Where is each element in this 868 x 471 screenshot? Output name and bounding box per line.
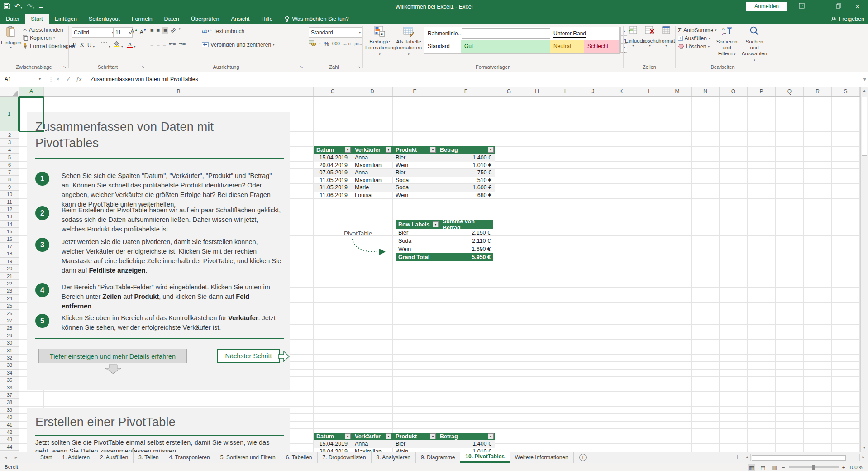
row-header-13[interactable]: 13 xyxy=(0,213,19,220)
shrink-font-button[interactable]: A▼ xyxy=(140,28,147,34)
row-header-8[interactable]: 8 xyxy=(0,176,19,183)
sheet-next-icon[interactable]: ► xyxy=(14,455,18,460)
ribbon-tab-formeln[interactable]: Formeln xyxy=(126,14,158,24)
sheet-tab-5. Sortieren und Filtern[interactable]: 5. Sortieren und Filtern xyxy=(215,452,281,463)
wrap-text-button[interactable]: ab↩ Textumbruch xyxy=(202,27,244,35)
comma-style-icon[interactable]: 000 xyxy=(332,41,340,46)
sort-filter-button[interactable]: AZ Sortieren undFiltern ▾ xyxy=(713,26,740,57)
align-middle-icon[interactable]: ≡ xyxy=(157,27,160,34)
increase-decimal-icon[interactable]: ←,0 xyxy=(343,41,351,46)
column-header-H[interactable]: H xyxy=(523,87,551,96)
autosum-button[interactable]: ΣAutoSumme▾ xyxy=(678,26,717,34)
row-header-6[interactable]: 6 xyxy=(0,161,19,168)
clipboard-dialog-launcher-icon[interactable]: ↘ xyxy=(63,64,67,69)
scroll-right-icon[interactable]: ► xyxy=(860,454,867,461)
row-header-38[interactable]: 38 xyxy=(0,399,19,406)
column-header-K[interactable]: K xyxy=(607,87,635,96)
fill-button[interactable]: ↓Ausfüllen▾ xyxy=(678,34,710,42)
copy-button[interactable]: Kopieren▾ xyxy=(23,34,55,42)
column-header-C[interactable]: C xyxy=(314,87,352,96)
sheet-tab-2. Ausfüllen[interactable]: 2. Ausfüllen xyxy=(95,452,134,463)
decrease-indent-icon[interactable]: ⇤≡ xyxy=(169,41,176,48)
ribbon-tab-daten[interactable]: Daten xyxy=(158,14,185,24)
paste-button[interactable]: Einfügen ▼ xyxy=(1,26,21,49)
delete-cells-button[interactable]: Löschen▾ xyxy=(642,26,658,48)
formula-content[interactable]: Zusammenfassen von Daten mit PivotTables xyxy=(91,72,198,86)
column-header-I[interactable]: I xyxy=(551,87,579,96)
minimize-button[interactable]: — xyxy=(813,0,826,14)
sheet-prev-icon[interactable]: ◄ xyxy=(4,455,8,460)
align-left-icon[interactable]: ≡ xyxy=(150,41,154,48)
font-size-combo[interactable]: 11▾ xyxy=(113,27,133,38)
find-select-button[interactable]: Suchen undAuswählen ▾ xyxy=(741,26,768,63)
tab-splitter[interactable]: ⁞ xyxy=(737,454,739,461)
page-break-view-icon[interactable]: ▥ xyxy=(771,464,778,471)
row-header-40[interactable]: 40 xyxy=(0,413,19,421)
row-header-44[interactable]: 44 xyxy=(0,443,19,451)
column-header-R[interactable]: R xyxy=(804,87,832,96)
selected-cell-a1[interactable] xyxy=(19,97,44,132)
ribbon-tab-seitenlayout[interactable]: Seitenlayout xyxy=(83,14,126,24)
worksheet-grid[interactable]: Zusammenfassen von Daten mit PivotTables… xyxy=(19,97,860,452)
fill-handle[interactable] xyxy=(42,129,45,132)
row-header-15[interactable]: 15 xyxy=(0,228,19,235)
row-header-25[interactable]: 25 xyxy=(0,302,19,309)
insert-function-icon[interactable]: ƒx xyxy=(76,72,81,86)
row-header-18[interactable]: 18 xyxy=(0,250,19,257)
row-header-39[interactable]: 39 xyxy=(0,406,19,413)
conditional-formatting-button[interactable]: ≠ BedingteFormatierung ▾ xyxy=(365,26,394,57)
row-header-19[interactable]: 19 xyxy=(0,258,19,265)
row-header-32[interactable]: 32 xyxy=(0,354,19,361)
row-header-12[interactable]: 12 xyxy=(0,206,19,213)
row-header-33[interactable]: 33 xyxy=(0,361,19,369)
borders-button[interactable]: ▾ xyxy=(101,39,110,48)
bold-button[interactable]: F xyxy=(72,39,76,48)
row-header-10[interactable]: 10 xyxy=(0,191,19,198)
column-header-J[interactable]: J xyxy=(579,87,607,96)
filter-dropdown-icon[interactable]: ▼ xyxy=(488,433,494,439)
sheet-tab-9. Diagramme[interactable]: 9. Diagramme xyxy=(416,452,460,463)
scroll-left-icon[interactable]: ◄ xyxy=(743,454,750,461)
decrease-decimal-icon[interactable]: ,00→ xyxy=(353,41,363,46)
new-sheet-button[interactable]: + xyxy=(579,454,587,461)
clear-button[interactable]: Löschen▾ xyxy=(678,43,710,50)
sheet-tab-10. PivotTables[interactable]: 10. PivotTables xyxy=(460,452,510,463)
share-button[interactable]: Freigeben xyxy=(831,14,864,24)
filter-dropdown-icon[interactable]: ▼ xyxy=(430,433,436,439)
underline-button[interactable]: U▾ xyxy=(87,39,95,48)
sign-in-button[interactable]: Anmelden xyxy=(746,2,787,11)
style-item-Standard[interactable]: Standard xyxy=(424,40,461,53)
filter-dropdown-icon[interactable]: ▼ xyxy=(345,147,351,153)
style-item-Schlecht[interactable]: Schlecht xyxy=(584,40,619,53)
column-header-P[interactable]: P xyxy=(748,87,776,96)
sheet-tab-Weitere Informationen[interactable]: Weitere Informationen xyxy=(510,452,574,463)
row-header-24[interactable]: 24 xyxy=(0,295,19,302)
grow-font-button[interactable]: A▲ xyxy=(130,28,138,35)
sheet-tab-Start[interactable]: Start xyxy=(35,452,57,463)
row-header-22[interactable]: 22 xyxy=(0,280,19,287)
alignment-dialog-launcher-icon[interactable]: ↘ xyxy=(300,64,303,69)
row-header-29[interactable]: 29 xyxy=(0,332,19,339)
align-top-icon[interactable]: ≡ xyxy=(150,27,154,34)
vertical-scroll-thumb[interactable] xyxy=(862,97,867,156)
cancel-icon[interactable]: × xyxy=(56,72,60,86)
zoom-level[interactable]: 100 % xyxy=(849,465,863,470)
name-box-caret-icon[interactable]: ▼ xyxy=(38,72,42,86)
formula-bar-expand-icon[interactable]: ▾ xyxy=(863,72,866,86)
scroll-up-icon[interactable]: ▲ xyxy=(861,87,868,95)
align-center-icon[interactable]: ≡ xyxy=(157,41,160,48)
sheet-tab-6. Tabellen[interactable]: 6. Tabellen xyxy=(281,452,318,463)
restore-button[interactable] xyxy=(832,0,845,14)
next-step-button[interactable]: Nächster Schritt xyxy=(217,349,280,363)
sheet-tab-8. Analysieren[interactable]: 8. Analysieren xyxy=(372,452,416,463)
ribbon-tab-datei[interactable]: Datei xyxy=(0,14,25,24)
horizontal-scroll-thumb[interactable] xyxy=(752,455,846,461)
font-color-button[interactable]: A ▾ xyxy=(127,39,136,48)
row-header-28[interactable]: 28 xyxy=(0,324,19,332)
row-header-43[interactable]: 43 xyxy=(0,436,19,443)
ribbon-display-options-icon[interactable] xyxy=(795,0,808,14)
scroll-down-icon[interactable]: ▼ xyxy=(861,444,868,452)
zoom-slider[interactable] xyxy=(789,466,839,468)
sheet-tab-3. Teilen[interactable]: 3. Teilen xyxy=(134,452,164,463)
vertical-scrollbar[interactable]: ▲ ▼ xyxy=(860,87,868,452)
